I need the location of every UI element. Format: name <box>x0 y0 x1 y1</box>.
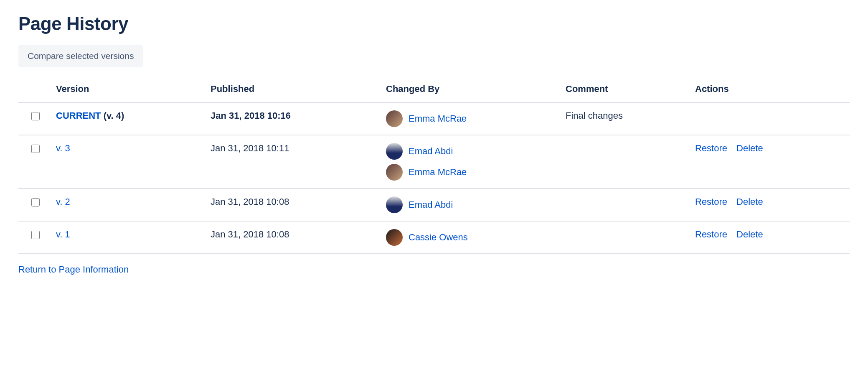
comment-cell <box>566 135 695 189</box>
select-version-checkbox[interactable] <box>31 198 40 206</box>
restore-link[interactable]: Restore <box>695 196 727 207</box>
user-link[interactable]: Emma McRae <box>409 167 467 178</box>
version-suffix: (v. 4) <box>104 110 124 121</box>
changed-by-user: Emma McRae <box>386 164 561 181</box>
version-link[interactable]: v. 2 <box>56 196 70 207</box>
avatar <box>386 229 403 246</box>
user-link[interactable]: Emad Abdi <box>409 199 453 210</box>
user-link[interactable]: Emma McRae <box>409 113 467 124</box>
col-header-published: Published <box>211 76 386 102</box>
delete-link[interactable]: Delete <box>736 196 763 207</box>
page-history-table: Version Published Changed By Comment Act… <box>18 76 850 254</box>
col-header-comment: Comment <box>566 76 695 102</box>
select-version-checkbox[interactable] <box>31 231 40 239</box>
select-version-checkbox[interactable] <box>31 112 40 120</box>
delete-link[interactable]: Delete <box>736 229 763 240</box>
avatar <box>386 143 403 160</box>
select-version-checkbox[interactable] <box>31 145 40 153</box>
published-date: Jan 31, 2018 10:08 <box>211 221 386 254</box>
restore-link[interactable]: Restore <box>695 143 727 154</box>
avatar <box>386 110 403 127</box>
delete-link[interactable]: Delete <box>736 143 763 154</box>
return-to-page-info-link[interactable]: Return to Page Information <box>18 264 129 275</box>
user-link[interactable]: Cassie Owens <box>409 232 468 243</box>
col-header-actions: Actions <box>695 76 850 102</box>
published-date: Jan 31, 2018 10:11 <box>211 135 386 189</box>
page-title: Page History <box>18 13 850 34</box>
col-header-changed-by: Changed By <box>386 76 566 102</box>
table-row: v. 1Jan 31, 2018 10:08Cassie OwensRestor… <box>18 221 850 254</box>
changed-by-user: Emad Abdi <box>386 196 561 213</box>
avatar <box>386 196 403 213</box>
avatar <box>386 164 403 181</box>
table-row: v. 3Jan 31, 2018 10:11Emad AbdiEmma McRa… <box>18 135 850 189</box>
published-date: Jan 31, 2018 10:16 <box>211 102 386 135</box>
changed-by-user: Emad Abdi <box>386 143 561 160</box>
comment-cell: Final changes <box>566 102 695 135</box>
compare-selected-button[interactable]: Compare selected versions <box>18 45 143 67</box>
comment-cell <box>566 189 695 221</box>
changed-by-user: Emma McRae <box>386 110 561 127</box>
col-header-version: Version <box>56 76 211 102</box>
version-link[interactable]: CURRENT <box>56 110 101 121</box>
comment-cell <box>566 221 695 254</box>
restore-link[interactable]: Restore <box>695 229 727 240</box>
table-row: CURRENT (v. 4)Jan 31, 2018 10:16Emma McR… <box>18 102 850 135</box>
user-link[interactable]: Emad Abdi <box>409 146 453 157</box>
table-row: v. 2Jan 31, 2018 10:08Emad AbdiRestoreDe… <box>18 189 850 221</box>
version-link[interactable]: v. 1 <box>56 229 70 240</box>
changed-by-user: Cassie Owens <box>386 229 561 246</box>
published-date: Jan 31, 2018 10:08 <box>211 189 386 221</box>
version-link[interactable]: v. 3 <box>56 143 70 153</box>
